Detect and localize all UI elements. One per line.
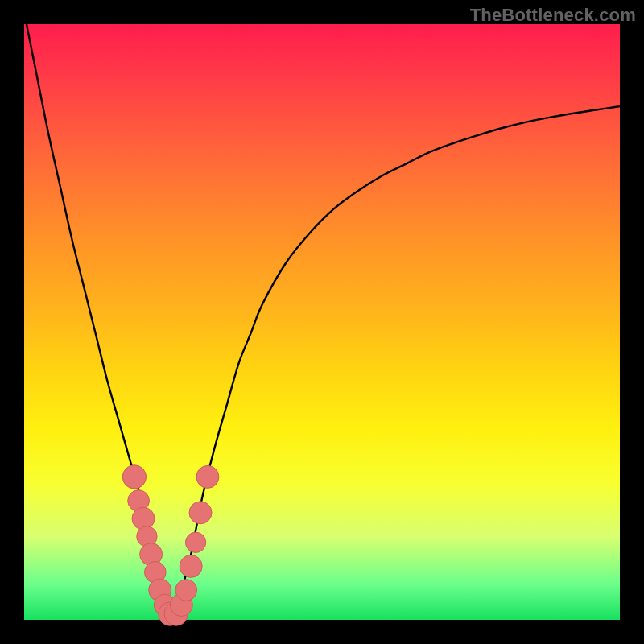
data-marker [132, 507, 155, 530]
data-marker [180, 555, 202, 577]
data-marker [185, 532, 205, 552]
curve-group [24, 12, 620, 620]
chart-frame: TheBottleneck.com [0, 0, 644, 644]
data-marker [196, 465, 219, 488]
data-marker [175, 580, 197, 601]
watermark-text: TheBottleneck.com [470, 5, 636, 26]
chart-svg [24, 24, 620, 620]
plot-area [24, 24, 620, 620]
data-marker [189, 502, 212, 524]
data-marker [122, 465, 146, 489]
right-branch-curve [173, 106, 620, 620]
